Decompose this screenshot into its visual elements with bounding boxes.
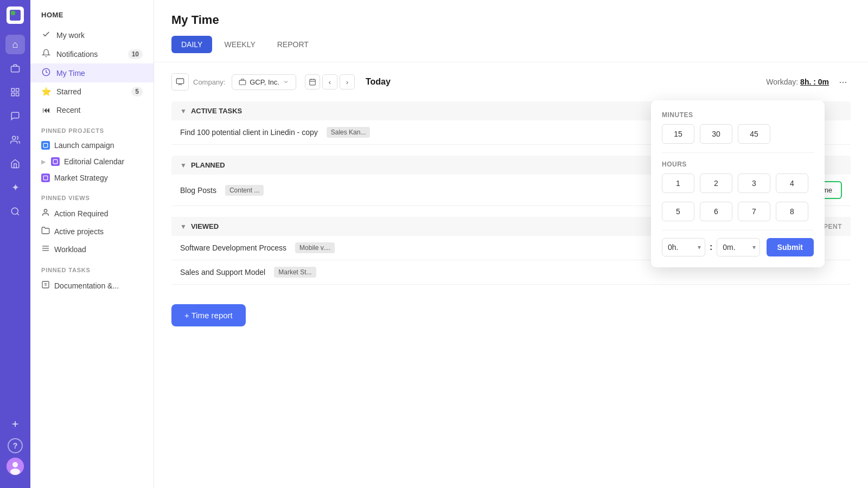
today-label: Today [366, 77, 391, 87]
hours-select[interactable]: 0h. 1h. 2h. 3h. 4h. 5h. 6h. 7h. 8h. [662, 238, 705, 256]
minutes-label: Minutes [662, 111, 814, 119]
recent-icon: ⏮ [41, 105, 51, 114]
app-logo[interactable] [7, 7, 24, 24]
task-name: Find 100 potential client in Linedin - c… [180, 128, 318, 137]
user-avatar-icon[interactable] [7, 458, 24, 475]
task-name: Software Development Process [180, 243, 286, 252]
hour-3-button[interactable]: 3 [738, 174, 770, 193]
chat-icon[interactable] [5, 106, 25, 126]
bell-icon [41, 49, 51, 59]
minute-45-button[interactable]: 45 [738, 124, 770, 144]
company-selector[interactable]: GCP, Inc. [232, 74, 296, 90]
sidebar-item-label: Starred [56, 87, 81, 96]
svg-rect-16 [43, 176, 48, 180]
section-title: ACTIVE TASKS [191, 107, 242, 115]
sidebar-item-action-required[interactable]: Action Required [30, 204, 154, 222]
building-icon[interactable] [5, 154, 25, 174]
task-tag: Content ... [225, 185, 264, 196]
tab-report[interactable]: REPORT [267, 36, 318, 53]
popup-divider2 [662, 230, 814, 230]
submit-button[interactable]: Submit [767, 238, 814, 256]
workday-time: 8h. : 0m [800, 78, 829, 86]
sidebar-item-label: Notifications [56, 50, 98, 59]
search-icon[interactable] [5, 202, 25, 221]
svg-point-11 [12, 462, 18, 467]
project-icon-blue [41, 141, 50, 150]
sidebar-item-notifications[interactable]: Notifications 10 [30, 44, 154, 63]
sidebar-item-active-projects[interactable]: Active projects [30, 222, 154, 240]
chevron-down-icon: ▼ [180, 223, 187, 230]
sidebar-header: HOME [30, 0, 154, 25]
svg-point-6 [11, 208, 18, 214]
svg-rect-14 [43, 143, 48, 147]
task-label: Documentation &... [54, 281, 119, 290]
minutes-select[interactable]: 0m. 15m. 30m. 45m. [717, 238, 760, 256]
active-projects-icon [41, 226, 50, 236]
minute-30-button[interactable]: 30 [700, 124, 732, 144]
add-icon[interactable] [5, 414, 25, 434]
sidebar-item-market-strategy[interactable]: Market Strategy [30, 170, 154, 186]
svg-rect-24 [176, 79, 183, 84]
sidebar-item-my-work[interactable]: My work [30, 25, 154, 44]
sidebar-item-workload[interactable]: Workload [30, 240, 154, 258]
company-name: GCP, Inc. [250, 78, 279, 86]
toolbar: Company: GCP, Inc. ‹ [171, 73, 851, 91]
people-icon[interactable] [5, 130, 25, 150]
task-name: Sales and Support Model [180, 268, 265, 277]
sidebar-item-launch-campaign[interactable]: Launch campaign [30, 137, 154, 153]
sidebar-item-recent[interactable]: ⏮ Recent [30, 101, 154, 119]
svg-point-12 [10, 468, 20, 475]
checkmark-icon [41, 30, 51, 40]
calendar-icon[interactable] [305, 74, 320, 89]
minute-15-button[interactable]: 15 [662, 124, 694, 144]
svg-rect-1 [11, 88, 14, 91]
toolbar-left: Company: GCP, Inc. ‹ [171, 73, 391, 91]
project-icon-purple [51, 157, 60, 166]
hour-7-button[interactable]: 7 [738, 202, 770, 221]
sidebar-item-starred[interactable]: ⭐ Starred 5 [30, 82, 154, 101]
tab-daily[interactable]: DAILY [171, 36, 212, 53]
calendar-nav: ‹ › [305, 74, 355, 89]
help-icon[interactable]: ? [8, 438, 23, 453]
time-colon: : [710, 242, 712, 252]
sidebar-item-my-time[interactable]: My Time [30, 63, 154, 82]
page-title: My Time [171, 13, 851, 27]
workday-info: Workday: 8h. : 0m [766, 78, 829, 86]
hour-1-button[interactable]: 1 [662, 174, 694, 193]
starred-badge: 5 [131, 87, 143, 97]
tab-weekly[interactable]: WEEKLY [214, 36, 265, 53]
task-tag: Sales Kan... [327, 127, 371, 138]
hour-options-row2: 5 6 7 8 [662, 202, 814, 221]
screen-icon[interactable] [171, 73, 189, 91]
svg-rect-15 [53, 159, 58, 164]
briefcase-icon[interactable] [5, 59, 25, 78]
hour-2-button[interactable]: 2 [700, 174, 732, 193]
sidebar-item-documentation[interactable]: Documentation &... [30, 277, 154, 294]
svg-point-17 [44, 209, 47, 212]
more-options-button[interactable]: ··· [835, 74, 851, 89]
hour-6-button[interactable]: 6 [700, 202, 732, 221]
svg-rect-4 [16, 93, 19, 96]
minutes-select-wrapper: 0m. 15m. 30m. 45m. [717, 238, 760, 256]
next-day-button[interactable]: › [340, 74, 355, 89]
star-icon: ⭐ [41, 87, 51, 97]
sidebar-item-label: Recent [56, 106, 80, 114]
sparkle-icon[interactable]: ✦ [5, 178, 25, 197]
project-label: Editorial Calendar [64, 157, 124, 166]
grid-icon[interactable] [5, 82, 25, 102]
prev-day-button[interactable]: ‹ [322, 74, 337, 89]
content-area: Company: GCP, Inc. ‹ [154, 62, 868, 488]
svg-rect-26 [310, 79, 316, 85]
time-report-button[interactable]: + Time report [171, 304, 246, 326]
home-icon[interactable]: ⌂ [5, 35, 25, 54]
hour-5-button[interactable]: 5 [662, 202, 694, 221]
notification-badge: 10 [128, 49, 143, 59]
main-content: My Time DAILY WEEKLY REPORT Company: G [154, 0, 868, 488]
section-title: PLANNED [191, 161, 225, 169]
hour-4-button[interactable]: 4 [776, 174, 808, 193]
hour-8-button[interactable]: 8 [776, 202, 808, 221]
svg-rect-0 [11, 66, 20, 72]
sidebar-item-editorial-calendar[interactable]: ▶ Editorial Calendar [30, 153, 154, 170]
chevron-down-icon: ▼ [180, 107, 187, 115]
popup-divider [662, 152, 814, 153]
